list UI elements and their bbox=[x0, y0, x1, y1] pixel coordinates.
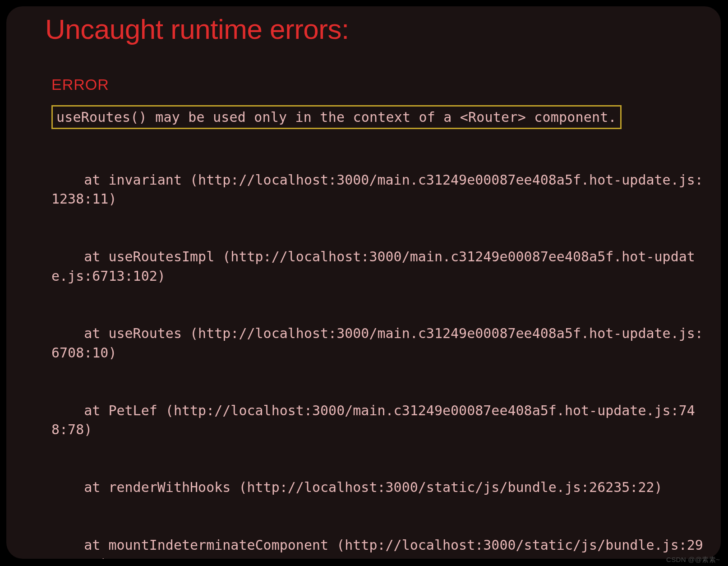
watermark: CSDN @@素素~ bbox=[666, 556, 720, 564]
stack-line: at mountIndeterminateComponent (http://l… bbox=[51, 536, 707, 559]
error-message-highlight: useRoutes() may be used only in the cont… bbox=[51, 105, 622, 129]
stack-line: at useRoutesImpl (http://localhost:3000/… bbox=[51, 247, 707, 286]
error-label: ERROR bbox=[51, 76, 721, 93]
stack-line: at renderWithHooks (http://localhost:300… bbox=[51, 478, 707, 497]
stack-line: at PetLef (http://localhost:3000/main.c3… bbox=[51, 401, 707, 440]
stack-line: at useRoutes (http://localhost:3000/main… bbox=[51, 324, 707, 362]
overlay-title: Uncaught runtime errors: bbox=[45, 13, 721, 46]
error-message: useRoutes() may be used only in the cont… bbox=[56, 109, 617, 125]
error-overlay: Uncaught runtime errors: ERROR useRoutes… bbox=[6, 6, 721, 559]
stack-line: at invariant (http://localhost:3000/main… bbox=[51, 171, 707, 209]
stack-trace: at invariant (http://localhost:3000/main… bbox=[6, 132, 721, 559]
error-message-wrapper: useRoutes() may be used only in the cont… bbox=[51, 105, 683, 129]
error-block: ERROR useRoutes() may be used only in th… bbox=[6, 76, 721, 559]
